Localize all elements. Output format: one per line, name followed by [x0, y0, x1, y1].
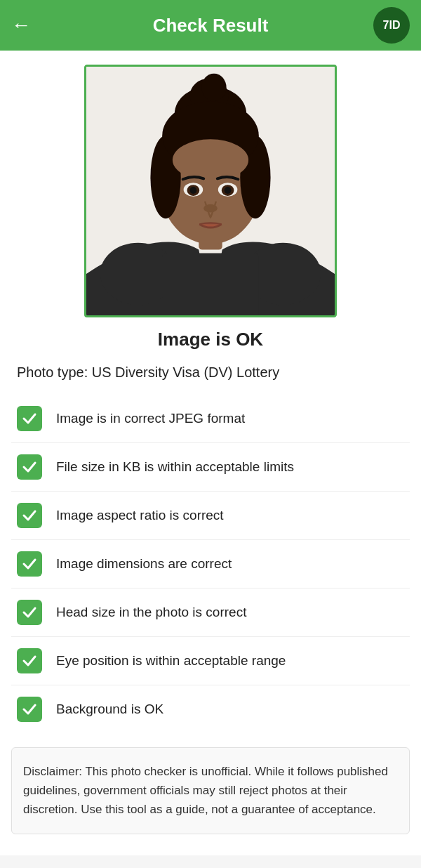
photo-container: [11, 65, 410, 317]
svg-point-15: [225, 187, 232, 194]
check-icon-background: [17, 697, 42, 722]
check-icon-dimensions: [17, 551, 42, 577]
main-content: Image is OK Photo type: US Diversity Vis…: [0, 51, 421, 855]
back-button[interactable]: ←: [11, 14, 31, 37]
check-icon-aspect: [17, 503, 42, 528]
disclaimer-box: Disclaimer: This photo checker is unoffi…: [11, 747, 410, 834]
checkmark-icon: [22, 653, 37, 669]
disclaimer-text: Disclaimer: This photo checker is unoffi…: [23, 762, 398, 820]
checkmark-icon: [22, 411, 37, 426]
check-item-filesize: File size in KB is within acceptable lim…: [11, 443, 410, 492]
checkmark-icon: [22, 508, 37, 523]
check-icon-jpeg: [17, 406, 42, 431]
check-icon-filesize: [17, 454, 42, 480]
svg-point-3: [201, 74, 226, 101]
photo-frame: [84, 65, 337, 317]
svg-point-9: [173, 139, 248, 180]
check-label-headsize: Head size in the photo is correct: [56, 605, 246, 620]
logo-badge: 7ID: [373, 7, 410, 44]
check-label-filesize: File size in KB is within acceptable lim…: [56, 459, 294, 475]
checkmark-icon: [22, 605, 37, 620]
checkmark-icon: [22, 459, 37, 475]
check-list: Image is in correct JPEG format File siz…: [11, 395, 410, 733]
logo-text: 7ID: [383, 19, 401, 32]
header-title: Check Result: [153, 15, 269, 37]
check-label-background: Background is OK: [56, 702, 163, 717]
check-label-aspect: Image aspect ratio is correct: [56, 508, 224, 523]
check-label-dimensions: Image dimensions are correct: [56, 556, 232, 572]
check-item-aspect: Image aspect ratio is correct: [11, 492, 410, 540]
person-photo: [86, 67, 335, 315]
checkmark-icon: [22, 702, 37, 717]
svg-rect-19: [162, 254, 259, 316]
back-arrow-icon: ←: [11, 14, 31, 37]
check-item-background: Background is OK: [11, 685, 410, 733]
check-icon-eyepos: [17, 648, 42, 673]
check-item-eyepos: Eye position is within acceptable range: [11, 637, 410, 685]
svg-point-14: [190, 187, 197, 194]
checkmark-icon: [22, 556, 37, 572]
image-status-title: Image is OK: [11, 329, 410, 350]
check-label-eyepos: Eye position is within acceptable range: [56, 653, 286, 669]
photo-type-label: Photo type: US Diversity Visa (DV) Lotte…: [11, 364, 410, 381]
check-icon-headsize: [17, 600, 42, 625]
header: ← Check Result 7ID: [0, 0, 421, 51]
check-item-headsize: Head size in the photo is correct: [11, 588, 410, 637]
check-item-dimensions: Image dimensions are correct: [11, 540, 410, 588]
check-label-jpeg: Image is in correct JPEG format: [56, 411, 245, 426]
check-item-jpeg: Image is in correct JPEG format: [11, 395, 410, 443]
